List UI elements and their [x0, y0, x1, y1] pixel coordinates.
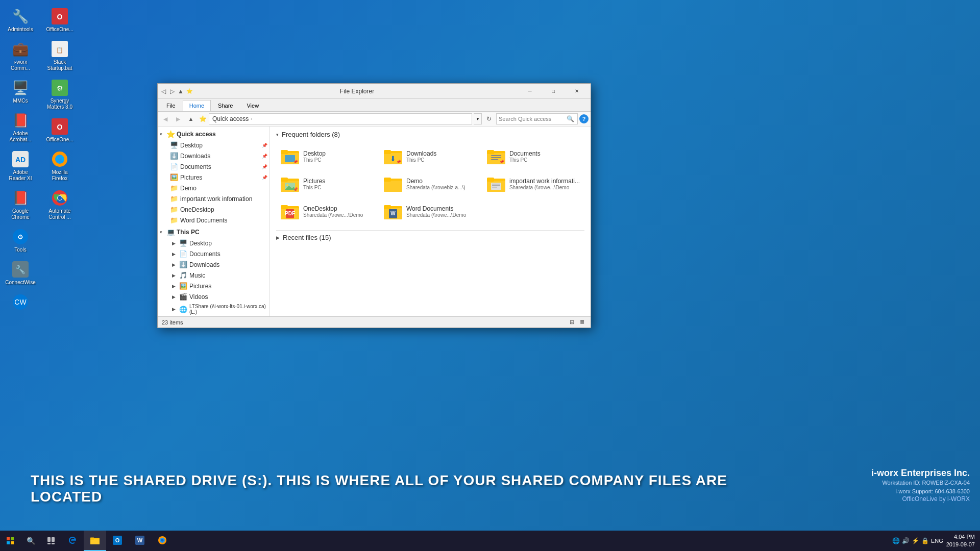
documents-pin-icon: 📌 [262, 164, 267, 169]
desktop-icon-slack[interactable]: 📋 Slack Startup.bat [42, 38, 78, 73]
address-path-arrow: › [251, 116, 252, 121]
security-icon[interactable]: 🔒 [921, 537, 929, 544]
sidebar-item-pictures[interactable]: 🖼️ Pictures 📌 [158, 172, 270, 183]
downloads-folder-pin: 📌 [396, 160, 401, 164]
folder-downloads[interactable]: ⬇ 📌 Downloads This PC [379, 143, 480, 169]
search-input[interactable] [499, 116, 565, 122]
taskbar-app-word[interactable]: W [129, 531, 151, 551]
sidebar-item-important[interactable]: 📁 important work information [158, 193, 270, 204]
close-button[interactable]: ✕ [565, 84, 589, 99]
desktop-icon-adobe1[interactable]: 📕 Adobe Acrobat... [3, 109, 38, 145]
desktop-icon-admintools[interactable]: 🔧 Admintools [3, 5, 38, 35]
desktop-pc-chevron: ▶ [172, 241, 177, 246]
desktop-icon-chrome[interactable]: Automate Control ... [42, 187, 78, 222]
folder-desktop[interactable]: 📌 Desktop This PC [276, 143, 377, 169]
help-button[interactable]: ? [579, 114, 589, 123]
folder-documents[interactable]: 📌 Documents This PC [482, 143, 584, 169]
desktop-icon-synergy[interactable]: ⚙ Synergy Matters 3.0 [42, 77, 78, 112]
taskbar-app-firefox[interactable] [151, 531, 174, 551]
sidebar-item-word-docs[interactable]: 📁 Word Documents [158, 215, 270, 226]
desktop-pc-label: Desktop [189, 240, 267, 247]
details-view-button[interactable]: ≣ [577, 318, 586, 327]
desktop-icon-ad[interactable]: AD Adobe Reader XI [3, 148, 38, 184]
svg-text:W: W [390, 211, 396, 216]
desktop-icon-automate[interactable]: ⚙ Tools [3, 226, 38, 255]
frequent-folders-title: Frequent folders (8) [282, 131, 340, 138]
maximize-button[interactable]: □ [542, 84, 565, 99]
folder-word-docs[interactable]: W Word Documents Sharedata (\\rowe...\De… [379, 198, 480, 224]
admintools-label: Admintools [8, 27, 33, 33]
sidebar-item-desktop[interactable]: 🖥️ Desktop 📌 [158, 140, 270, 151]
demo-sidebar-icon: 📁 [170, 184, 178, 192]
keyboard-icon[interactable]: ENG [931, 538, 943, 544]
tab-file[interactable]: File [160, 100, 182, 111]
back-button[interactable]: ◀ [160, 113, 171, 124]
refresh-button[interactable]: ↻ [483, 113, 495, 124]
sidebar-item-documents[interactable]: 📄 Documents 📌 [158, 161, 270, 172]
folder-demo[interactable]: Demo Sharedata (\\rowebiz-a...\) [379, 171, 480, 196]
bottom-text: THIS IS THE SHARED DRIVE (S:). THIS IS W… [31, 472, 776, 505]
taskbar-app-file-explorer[interactable] [84, 531, 106, 551]
folder-important[interactable]: important work informati... Sharedata (\… [482, 171, 584, 196]
svg-text:PDF: PDF [285, 211, 295, 216]
quick-access-header[interactable]: ▾ ⭐ Quick access [158, 129, 270, 140]
volume-icon[interactable]: 🔊 [902, 537, 910, 544]
desktop-icon-firefox[interactable]: 🌐 Mozilla Firefox [42, 148, 78, 184]
tab-share[interactable]: Share [211, 100, 239, 111]
sidebar-item-desktop-pc[interactable]: ▶ 🖥️ Desktop [158, 238, 270, 248]
sidebar-item-pictures-pc[interactable]: ▶ 🖼️ Pictures [158, 281, 270, 291]
desktop-icon-iworx[interactable]: 💼 i-worx Comm... [3, 38, 38, 73]
desktop-icon-officeone1[interactable]: O OfficeOne... [42, 5, 78, 35]
desktop-icon-mmcs[interactable]: 🖥️ MMCs [3, 77, 38, 106]
tab-view[interactable]: View [240, 100, 265, 111]
sidebar-item-downloads-pc[interactable]: ▶ ⬇️ Downloads [158, 259, 270, 270]
recent-files-toggle: ▶ [276, 235, 280, 240]
address-path[interactable]: Quick access › [209, 113, 472, 124]
downloads-pc-chevron: ▶ [172, 262, 177, 267]
firefox-icon: 🌐 [51, 150, 69, 168]
sidebar-item-downloads[interactable]: ⬇️ Downloads 📌 [158, 151, 270, 161]
search-box[interactable]: 🔍 [496, 113, 578, 124]
quick-access-section-label: Quick access [177, 131, 216, 138]
taskbar-time[interactable]: 4:04 PM 2019-09-07 [946, 533, 975, 549]
sidebar-item-demo[interactable]: 📁 Demo [158, 183, 270, 193]
start-button[interactable] [0, 531, 20, 551]
sidebar-item-videos[interactable]: ▶ 🎬 Videos [158, 291, 270, 302]
recent-files-header[interactable]: ▶ Recent files (15) [276, 234, 584, 241]
date-display: 2019-09-07 [946, 541, 975, 548]
ad-label: Adobe Reader XI [5, 169, 36, 182]
quick-access-chevron: ▾ [160, 132, 165, 137]
taskbar-task-view-button[interactable] [41, 531, 61, 551]
tab-home[interactable]: Home [183, 100, 211, 111]
desktop-icon-tools[interactable]: 🔧 ConnectWise [3, 258, 38, 288]
desktop-icon-adobe2[interactable]: 📕 Google Chrome [3, 187, 38, 222]
power-icon[interactable]: ⚡ [912, 537, 919, 544]
videos-label: Videos [189, 293, 267, 300]
taskbar-app-edge[interactable] [61, 531, 84, 551]
frequent-folders-header[interactable]: ▾ Frequent folders (8) [276, 131, 584, 138]
sidebar-item-documents-pc[interactable]: ▶ 📄 Documents [158, 248, 270, 259]
network-status-icon[interactable]: 🌐 [892, 537, 900, 544]
address-dropdown[interactable]: ▾ [474, 113, 482, 124]
sidebar-item-onedesktop[interactable]: 📁 OneDesktop [158, 204, 270, 215]
desktop-icon-connectwise[interactable]: CW [3, 291, 38, 314]
taskbar-app-outlook[interactable]: O [106, 531, 129, 551]
up-button[interactable]: ▲ [185, 113, 197, 124]
svg-text:⚙: ⚙ [17, 233, 23, 241]
list-view-button[interactable]: ⊞ [567, 318, 576, 327]
sidebar-item-music[interactable]: ▶ 🎵 Music [158, 270, 270, 281]
sidebar-item-ltshare[interactable]: ▶ 🌐 LTShare (\\i-worx-lts-01.i-worx.ca) … [158, 302, 270, 316]
forward-button[interactable]: ▶ [173, 113, 184, 124]
taskbar-search-button[interactable]: 🔍 [20, 531, 41, 551]
minimize-button[interactable]: ─ [518, 84, 542, 99]
documents-folder-info: Documents This PC [509, 150, 580, 163]
music-icon: 🎵 [179, 271, 187, 279]
search-icon[interactable]: 🔍 [565, 115, 575, 122]
folder-pictures[interactable]: 📌 Pictures This PC [276, 171, 377, 196]
this-pc-header[interactable]: ▾ 💻 This PC [158, 227, 270, 238]
frequent-folders-toggle: ▾ [276, 132, 279, 137]
automate-icon: ⚙ [11, 228, 30, 246]
desktop-icon-officeone2[interactable]: O OfficeOne... [42, 115, 78, 145]
downloads-sidebar-label: Downloads [180, 153, 260, 160]
folder-onedesktop[interactable]: PDF OneDesktop Sharedata (\\rowe...\Demo [276, 198, 377, 224]
